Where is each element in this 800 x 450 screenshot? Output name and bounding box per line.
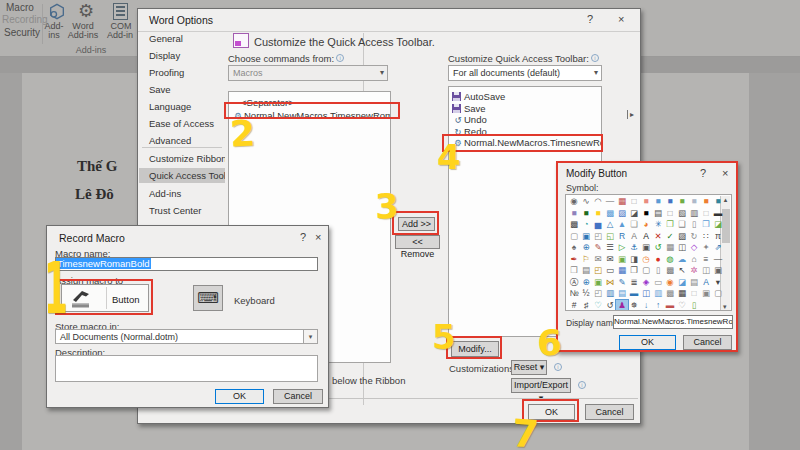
symbol-cell[interactable]: ♯ — [580, 300, 592, 312]
symbol-cell[interactable]: ∿ — [580, 196, 592, 208]
symbol-cell[interactable]: Ⓐ — [568, 277, 580, 289]
symbol-cell[interactable]: ◍ — [664, 254, 676, 266]
symbol-cell[interactable]: ✵ — [628, 300, 640, 312]
display-name-input[interactable]: Normal.NewMacros.TimesnewRomanBold — [613, 315, 733, 329]
symbol-cell[interactable]: ◱ — [604, 231, 616, 243]
symbol-cell[interactable]: △ — [604, 219, 616, 231]
remove-button[interactable]: << Remove — [395, 235, 440, 249]
symbol-cell[interactable]: ⚓ — [628, 242, 640, 254]
symbol-cell[interactable]: ◪ — [712, 219, 724, 231]
symbol-cell[interactable]: ▷ — [616, 242, 628, 254]
sidebar-item-advanced[interactable]: Advanced — [139, 133, 225, 148]
symbol-cell[interactable]: ■ — [592, 208, 604, 220]
symbol-cell[interactable]: ◫ — [700, 265, 712, 277]
symbol-cell[interactable]: ▣ — [580, 231, 592, 243]
symbol-cell[interactable]: ❒ — [568, 265, 580, 277]
symbol-cell[interactable]: A — [628, 231, 640, 243]
symbol-cell[interactable]: ⌂ — [688, 254, 700, 266]
customize-qat-dropdown[interactable]: For all documents (default) ▾ — [448, 65, 602, 81]
symbol-cell[interactable]: ▩ — [664, 265, 676, 277]
add-button[interactable]: Add >> — [398, 217, 435, 231]
addins-button-line2[interactable]: ins — [41, 30, 67, 40]
symbol-cell[interactable]: π — [712, 231, 724, 243]
qat-list-item[interactable]: Save — [452, 103, 486, 114]
symbol-cell[interactable]: ≡ — [700, 254, 712, 266]
symbol-cell[interactable]: ▦ — [664, 242, 676, 254]
symbol-cell[interactable]: ▣ — [712, 265, 724, 277]
sidebar-item-customize-ribbon[interactable]: Customize Ribbon — [139, 151, 225, 166]
sidebar-item-trust-center[interactable]: Trust Center — [139, 203, 225, 218]
choose-commands-dropdown[interactable]: Macros ▾ — [228, 65, 388, 81]
symbol-cell[interactable]: ⊕ — [580, 242, 592, 254]
symbol-cell[interactable]: ▢ — [640, 265, 652, 277]
symbol-grid[interactable]: ▴ ▾ ◉∿◠—▦□■■■■■■■■■■▩▨◪■▤□▧▥□▬▩◔▅△▲❏◕✳❐❑… — [565, 194, 732, 311]
symbol-cell[interactable]: ✒ — [568, 254, 580, 266]
symbol-cell[interactable]: ▯ — [652, 265, 664, 277]
symbol-cell[interactable]: ◠ — [592, 196, 604, 208]
ok-button[interactable]: OK — [215, 389, 264, 404]
word-addins-button-line2[interactable]: Add-ins — [66, 30, 100, 40]
symbol-cell[interactable]: ☁ — [676, 254, 688, 266]
symbol-cell[interactable]: ⚐ — [580, 254, 592, 266]
symbol-cell[interactable]: ✉ — [592, 254, 604, 266]
sidebar-item-ease-of-access[interactable]: Ease of Access — [139, 116, 225, 131]
symbol-cell[interactable]: ◉ — [664, 277, 676, 289]
symbol-cell[interactable]: ▢ — [568, 231, 580, 243]
symbol-cell[interactable]: ◫ — [676, 242, 688, 254]
symbol-cell[interactable]: ■ — [652, 196, 664, 208]
sidebar-item-language[interactable]: Language — [139, 99, 225, 114]
symbol-cell[interactable]: ▩ — [568, 219, 580, 231]
symbol-cell[interactable]: □ — [700, 208, 712, 220]
symbol-cell[interactable]: ▅ — [592, 219, 604, 231]
close-icon[interactable]: × — [315, 231, 321, 243]
symbol-cell[interactable]: ✦ — [700, 242, 712, 254]
close-icon[interactable]: × — [722, 167, 728, 179]
symbol-cell[interactable]: ▯ — [688, 219, 700, 231]
symbol-cell[interactable]: ▾ — [712, 277, 724, 289]
symbol-cell[interactable]: ▤ — [616, 288, 628, 300]
description-input[interactable] — [55, 355, 318, 382]
symbol-cell[interactable]: ▩ — [664, 288, 676, 300]
symbol-cell[interactable]: ◪ — [628, 208, 640, 220]
symbol-cell[interactable]: ↖ — [676, 265, 688, 277]
symbol-cell[interactable]: □ — [628, 196, 640, 208]
symbol-cell[interactable]: ■ — [712, 196, 724, 208]
symbol-cell[interactable]: ↓ — [640, 300, 652, 312]
symbol-cell[interactable]: ✲ — [688, 265, 700, 277]
symbol-cell[interactable]: — — [712, 254, 724, 266]
symbol-cell[interactable]: ✓ — [664, 231, 676, 243]
scroll-up-icon[interactable]: ▴ — [724, 196, 728, 203]
symbol-cell[interactable]: ↻ — [688, 231, 700, 243]
cancel-button[interactable]: Cancel — [683, 335, 732, 350]
symbol-cell[interactable]: ▩ — [604, 208, 616, 220]
symbol-cell[interactable]: ♡ — [676, 300, 688, 312]
sidebar-item-quick-access-toolbar[interactable]: Quick Access Toolbar — [139, 168, 225, 183]
symbol-cell[interactable]: ■ — [580, 208, 592, 220]
symbol-cell[interactable]: ❐ — [664, 219, 676, 231]
symbol-cell[interactable]: ▤ — [652, 208, 664, 220]
symbol-cell[interactable]: ▯ — [688, 300, 700, 312]
sidebar-item-proofing[interactable]: Proofing — [139, 65, 225, 80]
assign-button-option[interactable]: Button — [61, 284, 149, 312]
cancel-button[interactable]: Cancel — [585, 404, 634, 420]
symbol-cell[interactable]: ▢ — [712, 288, 724, 300]
symbol-cell[interactable]: ♟ — [616, 300, 628, 312]
symbol-cell[interactable]: ◷ — [640, 254, 652, 266]
symbol-cell[interactable]: ▥ — [652, 288, 664, 300]
ok-button[interactable]: OK — [528, 404, 575, 420]
symbol-cell[interactable]: ↺ — [652, 242, 664, 254]
symbol-cell[interactable]: ✕ — [652, 231, 664, 243]
symbol-cell[interactable]: ■ — [568, 208, 580, 220]
qat-list-item[interactable]: ↻Redo — [452, 126, 487, 137]
symbol-cell[interactable]: ▲ — [616, 219, 628, 231]
symbol-cell[interactable]: ▥ — [604, 288, 616, 300]
modify-button[interactable]: Modify... — [451, 341, 499, 357]
symbol-cell[interactable]: ½ — [580, 288, 592, 300]
sidebar-item-add-ins[interactable]: Add-ins — [139, 186, 225, 201]
store-macro-dropdown[interactable]: All Documents (Normal.dotm) ▾ — [55, 329, 318, 344]
symbol-cell[interactable]: ▣ — [700, 288, 712, 300]
reset-button[interactable]: Reset ▾ — [511, 360, 547, 375]
symbol-cell[interactable]: ◇ — [688, 242, 700, 254]
symbol-cell[interactable]: ▭ — [604, 265, 616, 277]
symbol-cell[interactable]: — — [604, 196, 616, 208]
